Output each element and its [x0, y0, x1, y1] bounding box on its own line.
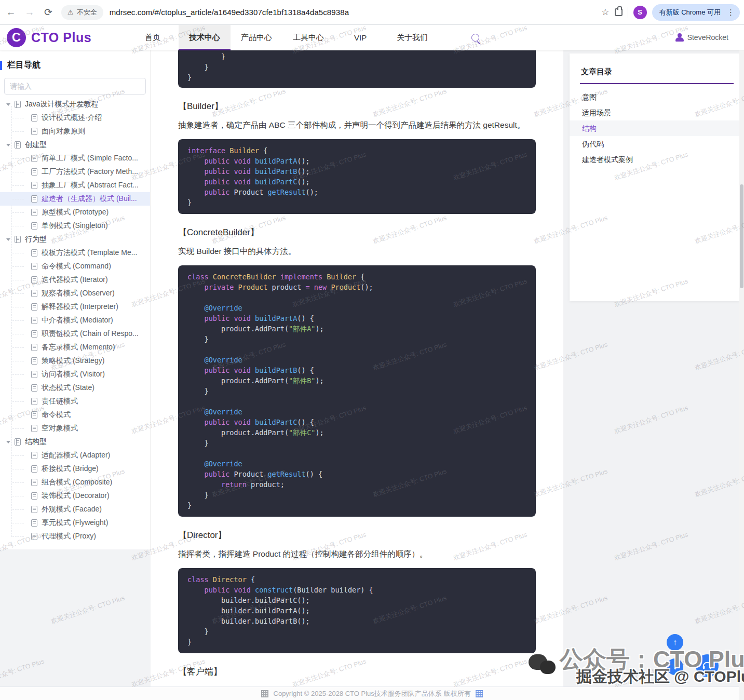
book-icon — [15, 141, 21, 149]
tree-item-28[interactable]: 组合模式 (Composite) — [0, 476, 150, 489]
scroll-top-button[interactable]: ↑ — [667, 634, 683, 651]
toc-item-1[interactable]: 适用场景 — [570, 105, 740, 120]
bookmark-star-icon[interactable]: ☆ — [601, 7, 609, 18]
nav-item-1[interactable]: 技术中心 — [179, 25, 231, 50]
article-content: } }}【Builder】抽象建造者，确定产品由 ABC 三个部件构成，并声明一… — [151, 50, 563, 686]
reload-button[interactable]: ⟳ — [40, 5, 56, 20]
tree-item-21[interactable]: 状态模式 (State) — [0, 381, 150, 395]
toc-item-2[interactable]: 结构 — [570, 120, 740, 136]
tree-item-label: 设计模式概述·介绍 — [42, 113, 102, 123]
tree-item-14[interactable]: 观察者模式 (Observer) — [0, 287, 150, 300]
tree-item-8[interactable]: 原型模式 (Prototype) — [0, 206, 150, 219]
document-icon — [31, 384, 37, 392]
tree-group-10[interactable]: 行为型 — [0, 233, 150, 246]
tree-item-32[interactable]: 代理模式 (Proxy) — [0, 530, 150, 543]
tree-item-label: 备忘录模式 (Memento) — [42, 343, 115, 352]
tree-item-11[interactable]: 模板方法模式 (Template Me... — [0, 246, 150, 260]
tree-item-27[interactable]: 桥接模式 (Bridge) — [0, 462, 150, 476]
browser-menu-icon[interactable]: ⋮ — [725, 8, 737, 17]
document-icon — [31, 371, 37, 378]
forward-button[interactable]: → — [22, 5, 37, 20]
address-bar[interactable]: mdrsec.com/#/ctoplus_article/a1649ed3307… — [110, 8, 349, 17]
watermark-text: 欢迎关注公众号: CTO Plus — [0, 657, 45, 689]
tree-guide — [12, 536, 24, 537]
security-chip[interactable]: ⚠ 不安全 — [61, 5, 103, 20]
back-button[interactable]: ← — [3, 5, 19, 20]
toc-item-3[interactable]: 伪代码 — [570, 136, 740, 152]
site-logo[interactable]: C — [7, 28, 26, 47]
search-icon[interactable] — [471, 34, 479, 42]
tree-guide — [12, 172, 24, 172]
tree-item-15[interactable]: 解释器模式 (Interpreter) — [0, 300, 150, 314]
document-icon — [31, 492, 37, 500]
tree-guide — [12, 428, 24, 429]
tree-item-30[interactable]: 外观模式 (Facade) — [0, 503, 150, 516]
tree-item-4[interactable]: 简单工厂模式 (Simple Facto... — [0, 152, 150, 165]
tree-item-6[interactable]: 抽象工厂模式 (Abstract Fact... — [0, 179, 150, 192]
sidebar-search-input[interactable] — [4, 78, 146, 95]
browser-profile-avatar[interactable]: S — [633, 6, 647, 19]
tree-item-17[interactable]: 职责链模式 (Chain of Respo... — [0, 327, 150, 341]
nav-item-3[interactable]: 工具中心 — [282, 25, 334, 50]
nav-item-5[interactable]: 关于我们 — [386, 25, 438, 50]
tree-item-label: 访问者模式 (Visitor) — [42, 370, 105, 379]
document-icon — [31, 290, 37, 297]
nav-item-0[interactable]: 首页 — [127, 25, 179, 50]
tree-group-25[interactable]: 结构型 — [0, 435, 150, 449]
tree-item-label: 创建型 — [25, 140, 47, 150]
nav-item-2[interactable]: 产品中心 — [231, 25, 282, 50]
caret-down-icon[interactable] — [6, 103, 10, 106]
toc-item-4[interactable]: 建造者模式案例 — [570, 152, 740, 167]
document-icon — [31, 276, 37, 284]
tree-item-18[interactable]: 备忘录模式 (Memento) — [0, 341, 150, 354]
document-icon — [31, 398, 37, 405]
security-label: 不安全 — [77, 8, 97, 17]
tree-item-label: 命令模式 (Command) — [42, 262, 111, 271]
toc-item-0[interactable]: 意图 — [570, 89, 740, 105]
tree-item-19[interactable]: 策略模式 (Strategy) — [0, 354, 150, 368]
tree-item-29[interactable]: 装饰模式 (Decorator) — [0, 489, 150, 503]
page-scrollbar[interactable] — [739, 50, 744, 700]
tree-item-5[interactable]: 工厂方法模式 (Factory Meth... — [0, 165, 150, 179]
tree-guide — [12, 212, 24, 213]
scroll-bottom-button[interactable]: ↓ — [667, 658, 683, 675]
tree-guide — [12, 496, 24, 496]
user-box[interactable]: SteveRocket — [675, 33, 728, 42]
tree-item-label: 工厂方法模式 (Factory Meth... — [42, 167, 138, 177]
tree-item-22[interactable]: 责任链模式 — [0, 395, 150, 408]
tree-item-12[interactable]: 命令模式 (Command) — [0, 260, 150, 273]
tree-item-9[interactable]: 单例模式 (Singleton) — [0, 219, 150, 233]
extensions-icon[interactable] — [615, 8, 623, 16]
tree-item-1[interactable]: 设计模式概述·介绍 — [0, 111, 150, 125]
code-block-6: class ConcreteBuilder implements Builder… — [178, 265, 536, 517]
caret-down-icon[interactable] — [6, 441, 10, 443]
tree-item-26[interactable]: 适配器模式 (Adapter) — [0, 449, 150, 462]
nav-item-4[interactable]: VIP — [334, 25, 386, 50]
caret-down-icon[interactable] — [6, 144, 10, 146]
tree-item-16[interactable]: 中介者模式 (Mediator) — [0, 314, 150, 327]
tree-item-label: 外观模式 (Facade) — [42, 505, 102, 514]
tree-item-20[interactable]: 访问者模式 (Visitor) — [0, 368, 150, 381]
tree-guide — [12, 118, 24, 118]
chrome-update-pill[interactable]: 有新版 Chrome 可用 ⋮ — [652, 4, 740, 21]
tree-item-24[interactable]: 空对象模式 — [0, 422, 150, 435]
scrollbar-thumb[interactable] — [740, 184, 743, 288]
customer-service-button[interactable] — [696, 654, 719, 677]
tree-item-label: 空对象模式 — [42, 424, 78, 433]
tree-group-0[interactable]: Java设计模式开发教程 — [0, 98, 150, 111]
tree-item-13[interactable]: 迭代器模式 (Iterator) — [0, 273, 150, 287]
brand-title[interactable]: CTO Plus — [31, 30, 91, 45]
document-icon — [31, 195, 37, 203]
tree-item-31[interactable]: 享元模式 (Flyweight) — [0, 516, 150, 530]
caret-down-icon[interactable] — [6, 238, 10, 241]
toc-divider — [580, 83, 734, 84]
qr-icon-right — [476, 690, 483, 697]
tree-item-2[interactable]: 面向对象原则 — [0, 125, 150, 138]
document-icon — [31, 155, 37, 162]
tree-item-7[interactable]: 建造者（生成器）模式 (Buil... — [0, 192, 150, 206]
tree-item-23[interactable]: 命令模式 — [0, 408, 150, 422]
tree-group-3[interactable]: 创建型 — [0, 138, 150, 152]
tree-guide — [12, 374, 24, 375]
document-icon — [31, 465, 37, 473]
paragraph: 指挥者类，指挥建造 Product 的过程（控制构建各部分组件的顺序）。 — [178, 548, 536, 560]
